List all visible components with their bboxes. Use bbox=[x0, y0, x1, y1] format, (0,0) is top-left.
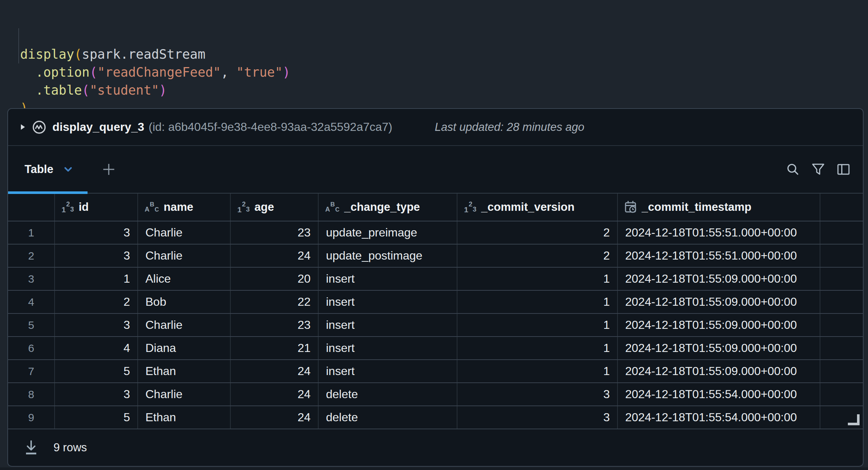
table-cell[interactable]: 2024-12-18T01:55:09.000+00:00 bbox=[618, 360, 820, 382]
table-cell[interactable]: Alice bbox=[138, 268, 231, 290]
table-cell[interactable]: 24 bbox=[231, 406, 319, 429]
table-cell[interactable]: 4 bbox=[55, 337, 138, 359]
table-cell[interactable]: insert bbox=[319, 314, 457, 336]
row-count-label: 9 rows bbox=[53, 441, 87, 454]
table-cell[interactable]: update_postimage bbox=[319, 245, 457, 267]
table-cell[interactable]: 1 bbox=[457, 360, 618, 382]
column-header-label: id bbox=[79, 201, 89, 214]
table-cell[interactable]: Bob bbox=[138, 291, 231, 313]
table-cell[interactable]: 22 bbox=[231, 291, 319, 313]
table-cell[interactable]: Diana bbox=[138, 337, 231, 359]
tab-bar: Table bbox=[8, 146, 863, 194]
chevron-down-icon[interactable] bbox=[62, 164, 74, 175]
table-cell[interactable]: delete bbox=[319, 383, 457, 405]
table-cell[interactable]: 3 bbox=[55, 245, 138, 267]
table-cell[interactable]: 2 bbox=[457, 245, 618, 267]
spare-cell bbox=[820, 314, 863, 336]
side-panel-icon[interactable] bbox=[837, 162, 850, 176]
table-cell[interactable]: 2024-12-18T01:55:09.000+00:00 bbox=[618, 337, 820, 359]
code-line[interactable]: .option("readChangeFeed", "true") bbox=[20, 63, 290, 81]
column-header-id[interactable]: 123id bbox=[55, 194, 138, 221]
table-cell[interactable]: 24 bbox=[231, 360, 319, 382]
spare-cell bbox=[820, 383, 863, 405]
code-line[interactable]: display(spark.readStream bbox=[20, 45, 290, 63]
column-header-_change_type[interactable]: ABC_change_type bbox=[319, 194, 457, 221]
table-row: 23Charlie24update_postimage22024-12-18T0… bbox=[8, 245, 863, 268]
table-cell[interactable]: Charlie bbox=[138, 383, 231, 405]
table-row: 13Charlie23update_preimage22024-12-18T01… bbox=[8, 221, 863, 245]
column-header-name[interactable]: ABCname bbox=[138, 194, 231, 221]
table-cell[interactable]: 24 bbox=[231, 383, 319, 405]
table-cell[interactable]: 2 bbox=[55, 291, 138, 313]
indent-guide bbox=[18, 28, 19, 63]
table-row: 95Ethan24delete32024-12-18T01:55:54.000+… bbox=[8, 406, 863, 429]
table-cell[interactable]: Charlie bbox=[138, 221, 231, 244]
row-number-cell: 8 bbox=[8, 383, 55, 405]
filter-icon[interactable] bbox=[811, 162, 825, 176]
expand-caret-icon[interactable] bbox=[21, 124, 25, 130]
table-cell[interactable]: 2024-12-18T01:55:54.000+00:00 bbox=[618, 383, 820, 405]
table-cell[interactable]: 2024-12-18T01:55:09.000+00:00 bbox=[618, 268, 820, 290]
download-icon[interactable] bbox=[23, 439, 39, 456]
table-cell[interactable]: 2024-12-18T01:55:54.000+00:00 bbox=[618, 406, 820, 429]
table-cell[interactable]: 2 bbox=[457, 221, 618, 244]
add-visualization-button[interactable] bbox=[102, 162, 116, 176]
table-cell[interactable]: insert bbox=[319, 291, 457, 313]
tab-table-label: Table bbox=[25, 163, 53, 176]
resize-handle[interactable] bbox=[848, 414, 860, 425]
table-row: 42Bob22insert12024-12-18T01:55:09.000+00… bbox=[8, 291, 863, 314]
column-header-age[interactable]: 123age bbox=[231, 194, 319, 221]
table-cell[interactable]: 1 bbox=[457, 337, 618, 359]
table-cell[interactable]: delete bbox=[319, 406, 457, 429]
table-cell[interactable]: 2024-12-18T01:55:09.000+00:00 bbox=[618, 314, 820, 336]
table-cell[interactable]: 3 bbox=[457, 406, 618, 429]
table-cell[interactable]: insert bbox=[319, 268, 457, 290]
table-cell[interactable]: 3 bbox=[55, 221, 138, 244]
spare-header-cell bbox=[820, 194, 863, 221]
table-cell[interactable]: 3 bbox=[457, 383, 618, 405]
table-cell[interactable]: 5 bbox=[55, 406, 138, 429]
table-cell[interactable]: 2024-12-18T01:55:51.000+00:00 bbox=[618, 245, 820, 267]
table-cell[interactable]: 3 bbox=[55, 314, 138, 336]
table-cell[interactable]: 23 bbox=[231, 314, 319, 336]
table-cell[interactable]: Charlie bbox=[138, 245, 231, 267]
column-header-label: age bbox=[255, 201, 274, 214]
table-cell[interactable]: 1 bbox=[457, 268, 618, 290]
row-number-cell: 1 bbox=[8, 221, 55, 244]
date-type-icon bbox=[624, 200, 637, 214]
string-type-icon: ABC bbox=[325, 200, 340, 214]
table-cell[interactable]: 5 bbox=[55, 360, 138, 382]
column-header-_commit_version[interactable]: 123_commit_version bbox=[457, 194, 618, 221]
column-header-label: _commit_timestamp bbox=[642, 201, 752, 214]
table-cell[interactable]: 2024-12-18T01:55:51.000+00:00 bbox=[618, 221, 820, 244]
table-cell[interactable]: 2024-12-18T01:55:09.000+00:00 bbox=[618, 291, 820, 313]
tab-table[interactable]: Table bbox=[25, 146, 74, 193]
table-cell[interactable]: update_preimage bbox=[319, 221, 457, 244]
table-cell[interactable]: 1 bbox=[55, 268, 138, 290]
table-cell[interactable]: insert bbox=[319, 360, 457, 382]
table-cell[interactable]: 21 bbox=[231, 337, 319, 359]
table-body: 13Charlie23update_preimage22024-12-18T01… bbox=[8, 221, 863, 429]
table-cell[interactable]: Ethan bbox=[138, 406, 231, 429]
table-row: 64Diana21insert12024-12-18T01:55:09.000+… bbox=[8, 337, 863, 360]
column-header-_commit_timestamp[interactable]: _commit_timestamp bbox=[618, 194, 820, 221]
table-cell[interactable]: Charlie bbox=[138, 314, 231, 336]
code-line[interactable]: .table("student") bbox=[20, 81, 290, 99]
table-cell[interactable]: 23 bbox=[231, 221, 319, 244]
search-icon[interactable] bbox=[786, 162, 800, 176]
row-number-cell: 2 bbox=[8, 245, 55, 267]
spare-cell bbox=[820, 360, 863, 382]
spare-cell bbox=[820, 337, 863, 359]
row-number-cell: 3 bbox=[8, 268, 55, 290]
query-title[interactable]: display_query_3 bbox=[52, 120, 144, 134]
table-row: 53Charlie23insert12024-12-18T01:55:09.00… bbox=[8, 314, 863, 337]
table-cell[interactable]: 20 bbox=[231, 268, 319, 290]
table-cell[interactable]: insert bbox=[319, 337, 457, 359]
table-cell[interactable]: Ethan bbox=[138, 360, 231, 382]
table-cell[interactable]: 1 bbox=[457, 291, 618, 313]
table-cell[interactable]: 1 bbox=[457, 314, 618, 336]
active-tab-indicator bbox=[8, 191, 88, 194]
table-cell[interactable]: 3 bbox=[55, 383, 138, 405]
table-cell[interactable]: 24 bbox=[231, 245, 319, 267]
row-number-cell: 7 bbox=[8, 360, 55, 382]
